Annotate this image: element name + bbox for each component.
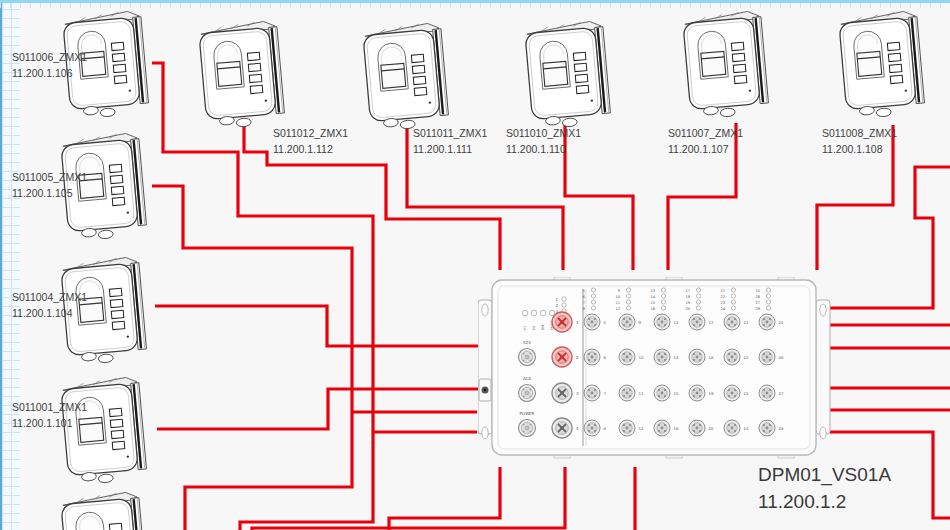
led-number: 10 <box>615 295 620 299</box>
network-topology-canvas: S011006_ZMX111.200.1.106S011005_ZMX111.2… <box>0 0 950 530</box>
switch-port[interactable] <box>552 383 572 403</box>
device-node-s011011_zmx1[interactable] <box>362 18 454 132</box>
device-label: S011012_ZMX111.200.1.112 <box>273 126 348 158</box>
status-led-label: P1 <box>523 326 527 330</box>
port-number: 10 <box>639 355 644 360</box>
switch-port[interactable] <box>759 349 775 365</box>
device-ip: 11.200.1.108 <box>822 142 897 158</box>
switch-port-active[interactable] <box>552 347 572 367</box>
led-number: 13 <box>650 289 655 293</box>
led-number: 18 <box>685 295 690 299</box>
port-number: 20 <box>709 426 714 431</box>
wire-bottom-1 <box>389 467 500 530</box>
switch-port[interactable] <box>619 420 635 436</box>
device-name: S011006_ZMX1 <box>12 50 87 66</box>
port-number: 22 <box>744 355 749 360</box>
switch-port[interactable] <box>689 349 705 365</box>
device-ip: 11.200.1.106 <box>12 66 87 82</box>
port-number: 15 <box>674 391 679 396</box>
port-number: 27 <box>779 391 784 396</box>
device-name: S011007_ZMX1 <box>668 126 743 142</box>
switch-port[interactable] <box>759 385 775 401</box>
wire-s011004 <box>155 306 478 346</box>
switch-utility-port[interactable] <box>519 349 536 366</box>
led-number: 26 <box>755 295 760 299</box>
switch-port[interactable] <box>724 314 740 330</box>
utility-port-label: ACA <box>523 376 531 381</box>
device-label: S011011_ZMX111.200.1.111 <box>413 126 487 158</box>
switch-port[interactable] <box>724 349 740 365</box>
led-number: 11 <box>615 301 620 305</box>
led-number: 14 <box>650 295 655 299</box>
switch-port[interactable] <box>654 385 670 401</box>
wire-right-1 <box>830 167 950 308</box>
switch-port[interactable] <box>724 420 740 436</box>
device-node-s011010_zmx1[interactable] <box>524 16 616 130</box>
switch-port[interactable] <box>619 349 635 365</box>
port-number: 11 <box>639 391 644 396</box>
switch-port[interactable] <box>689 314 705 330</box>
switch-name: DPM01_VS01A <box>758 462 891 489</box>
switch-port[interactable] <box>759 314 775 330</box>
switch-port-active[interactable] <box>552 312 572 332</box>
switch-port[interactable] <box>584 420 600 436</box>
dpm-switch-node[interactable]: P1P2RMFAULT12341234X24ACAPOWER5566778899… <box>478 277 832 461</box>
led-number: 7 <box>583 301 585 305</box>
switch-port[interactable] <box>619 385 635 401</box>
led-number: 19 <box>685 301 690 305</box>
device-name: S011011_ZMX1 <box>413 126 487 142</box>
led-number: 21 <box>720 289 725 293</box>
switch-ip: 11.200.1.2 <box>758 489 891 516</box>
switch-port[interactable] <box>584 349 600 365</box>
zmx-device-illustration <box>198 16 290 130</box>
port-number: 23 <box>744 391 749 396</box>
device-ip: 11.200.1.105 <box>12 186 87 202</box>
port-number: 28 <box>779 426 784 431</box>
switch-port[interactable] <box>584 385 600 401</box>
device-node-s011007_zmx1[interactable] <box>682 6 774 120</box>
device-name: S011004_ZMX1 <box>12 290 87 306</box>
device-ip: 11.200.1.111 <box>413 142 487 158</box>
led-number: 27 <box>755 301 760 305</box>
zmx-device-illustration <box>362 18 454 132</box>
device-node-partial[interactable] <box>60 487 152 530</box>
switch-port[interactable] <box>654 349 670 365</box>
device-name: S011010_ZMX1 <box>506 126 581 142</box>
device-label: S011005_ZMX111.200.1.105 <box>12 170 87 202</box>
led-number: 22 <box>720 295 725 299</box>
zmx-device-illustration <box>838 6 930 120</box>
device-ip: 11.200.1.104 <box>12 306 87 322</box>
led-number: 20 <box>685 307 690 311</box>
port-number: 14 <box>674 355 679 360</box>
status-led-label: RM <box>541 325 545 330</box>
device-node-s011008_zmx1[interactable] <box>838 6 930 120</box>
led-number: 25 <box>755 289 760 293</box>
switch-port[interactable] <box>552 418 572 438</box>
device-label: S011008_ZMX111.200.1.108 <box>822 126 897 158</box>
switch-port[interactable] <box>759 420 775 436</box>
switch-port[interactable] <box>619 314 635 330</box>
device-node-s011012_zmx1[interactable] <box>198 16 290 130</box>
switch-port[interactable] <box>654 314 670 330</box>
zmx-device-illustration <box>60 487 152 530</box>
switch-label: DPM01_VS01A 11.200.1.2 <box>758 462 891 515</box>
device-name: S011001_ZMX1 <box>12 400 87 416</box>
switch-port[interactable] <box>654 420 670 436</box>
utility-port-label: POWER <box>520 411 535 416</box>
switch-port[interactable] <box>724 385 740 401</box>
led-number: 23 <box>720 301 725 305</box>
led-number: 28 <box>755 307 760 311</box>
switch-port[interactable] <box>689 385 705 401</box>
device-name: S011008_ZMX1 <box>822 126 897 142</box>
device-ip: 11.200.1.112 <box>273 142 348 158</box>
switch-port[interactable] <box>584 314 600 330</box>
switch-utility-port[interactable] <box>519 385 536 402</box>
utility-port-label: X24 <box>523 340 531 345</box>
port-number: 19 <box>709 391 714 396</box>
switch-port[interactable] <box>689 420 705 436</box>
led-number: 12 <box>615 307 620 311</box>
device-name: S011012_ZMX1 <box>273 126 348 142</box>
status-led-label: P2 <box>532 326 536 330</box>
switch-utility-port[interactable] <box>519 420 536 437</box>
device-label: S011007_ZMX111.200.1.107 <box>668 126 743 158</box>
